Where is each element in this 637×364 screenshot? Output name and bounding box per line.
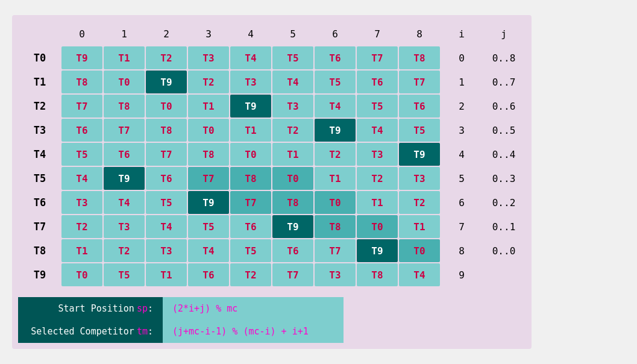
cell-r2-c5: T3 <box>272 95 313 118</box>
row-i-6: 6 <box>441 191 482 214</box>
cell-r9-c4: T2 <box>230 263 271 286</box>
cell-r1-c6: T5 <box>315 71 356 93</box>
cell-r9-c2: T1 <box>146 263 187 286</box>
cell-r0-c3: T3 <box>188 46 229 69</box>
corner-header <box>19 22 60 45</box>
cell-r1-c3: T2 <box>188 71 229 93</box>
cell-r1-c4: T3 <box>230 71 271 93</box>
cell-r6-c3: T9 <box>188 191 229 214</box>
row-header-t1: T1 <box>19 71 60 93</box>
start-position-row: Start Position sp : (2*i+j) % mc <box>18 297 344 320</box>
cell-r6-c6: T0 <box>315 191 356 214</box>
col-header-5: 5 <box>272 22 313 45</box>
selected-competitor-row: Selected Competitor tm : (j+mc-i-1) % (m… <box>18 320 344 343</box>
cell-r0-c2: T2 <box>146 46 187 69</box>
cell-r4-c3: T8 <box>188 143 229 166</box>
cell-r1-c8: T7 <box>399 71 440 93</box>
cell-r7-c0: T2 <box>61 215 102 238</box>
table-row: T0T9T1T2T3T4T5T6T7T800..8 <box>19 46 524 69</box>
cell-r4-c4: T0 <box>230 143 271 166</box>
cell-r8-c6: T7 <box>315 239 356 262</box>
cell-r6-c1: T4 <box>104 191 145 214</box>
cell-r5-c2: T6 <box>146 167 187 190</box>
cell-r4-c2: T7 <box>146 143 187 166</box>
selected-competitor-label: Selected Competitor tm : <box>18 320 163 343</box>
row-i-8: 8 <box>441 239 482 262</box>
cell-r6-c7: T1 <box>357 191 398 214</box>
row-i-5: 5 <box>441 167 482 190</box>
cell-r0-c7: T7 <box>357 46 398 69</box>
cell-r1-c2: T9 <box>146 71 187 93</box>
row-j-0: 0..8 <box>483 46 524 69</box>
row-j-2: 0..6 <box>483 95 524 118</box>
table-wrapper: 0 1 2 3 4 5 6 7 8 i j T0T9T1T2T3T4T5T6T7… <box>12 15 532 349</box>
row-i-1: 1 <box>441 71 482 93</box>
row-j-7: 0..1 <box>483 215 524 238</box>
cell-r4-c1: T6 <box>104 143 145 166</box>
cell-r5-c1: T9 <box>104 167 145 190</box>
start-position-formula: (2*i+j) % mc <box>163 297 344 320</box>
cell-r5-c3: T7 <box>188 167 229 190</box>
cell-r8-c2: T3 <box>146 239 187 262</box>
cell-r6-c5: T8 <box>272 191 313 214</box>
cell-r8-c7: T9 <box>357 239 398 262</box>
selected-competitor-formula: (j+mc-i-1) % (mc-i) + i+1 <box>163 320 344 343</box>
col-header-i: i <box>441 22 482 45</box>
row-i-7: 7 <box>441 215 482 238</box>
row-j-8: 0..0 <box>483 239 524 262</box>
row-header-t0: T0 <box>19 46 60 69</box>
formula-box: Start Position sp : (2*i+j) % mc Selecte… <box>18 297 344 343</box>
cell-r5-c7: T2 <box>357 167 398 190</box>
cell-r9-c6: T3 <box>315 263 356 286</box>
cell-r5-c6: T1 <box>315 167 356 190</box>
cell-r1-c1: T0 <box>104 71 145 93</box>
cell-r5-c4: T8 <box>230 167 271 190</box>
cell-r8-c8: T0 <box>399 239 440 262</box>
cell-r0-c4: T4 <box>230 46 271 69</box>
row-header-t7: T7 <box>19 215 60 238</box>
cell-r7-c1: T3 <box>104 215 145 238</box>
row-header-t5: T5 <box>19 167 60 190</box>
row-header-t8: T8 <box>19 239 60 262</box>
col-header-j: j <box>483 22 524 45</box>
cell-r7-c4: T6 <box>230 215 271 238</box>
cell-r0-c8: T8 <box>399 46 440 69</box>
cell-r2-c1: T8 <box>104 95 145 118</box>
row-j-4: 0..4 <box>483 143 524 166</box>
row-header-t3: T3 <box>19 119 60 142</box>
col-header-3: 3 <box>188 22 229 45</box>
cell-r0-c6: T6 <box>315 46 356 69</box>
row-i-3: 3 <box>441 119 482 142</box>
cell-r0-c0: T9 <box>61 46 102 69</box>
main-container: 0 1 2 3 4 5 6 7 8 i j T0T9T1T2T3T4T5T6T7… <box>0 3 637 361</box>
cell-r0-c5: T5 <box>272 46 313 69</box>
cell-r4-c0: T5 <box>61 143 102 166</box>
row-header-t2: T2 <box>19 95 60 118</box>
cell-r3-c2: T8 <box>146 119 187 142</box>
cell-r9-c5: T7 <box>272 263 313 286</box>
cell-r8-c3: T4 <box>188 239 229 262</box>
cell-r8-c4: T5 <box>230 239 271 262</box>
cell-r2-c7: T5 <box>357 95 398 118</box>
cell-r2-c8: T6 <box>399 95 440 118</box>
row-j-3: 0..5 <box>483 119 524 142</box>
table-row: T3T6T7T8T0T1T2T9T4T530..5 <box>19 119 524 142</box>
col-header-0: 0 <box>61 22 102 45</box>
cell-r2-c2: T0 <box>146 95 187 118</box>
cell-r1-c0: T8 <box>61 71 102 93</box>
cell-r3-c7: T4 <box>357 119 398 142</box>
row-header-t6: T6 <box>19 191 60 214</box>
col-header-2: 2 <box>146 22 187 45</box>
cell-r1-c5: T4 <box>272 71 313 93</box>
cell-r3-c5: T2 <box>272 119 313 142</box>
cell-r8-c5: T6 <box>272 239 313 262</box>
cell-r7-c8: T1 <box>399 215 440 238</box>
row-j-6: 0..2 <box>483 191 524 214</box>
col-header-7: 7 <box>357 22 398 45</box>
cell-r3-c4: T1 <box>230 119 271 142</box>
cell-r8-c1: T2 <box>104 239 145 262</box>
cell-r2-c6: T4 <box>315 95 356 118</box>
cell-r9-c1: T5 <box>104 263 145 286</box>
cell-r2-c0: T7 <box>61 95 102 118</box>
cell-r6-c4: T7 <box>230 191 271 214</box>
